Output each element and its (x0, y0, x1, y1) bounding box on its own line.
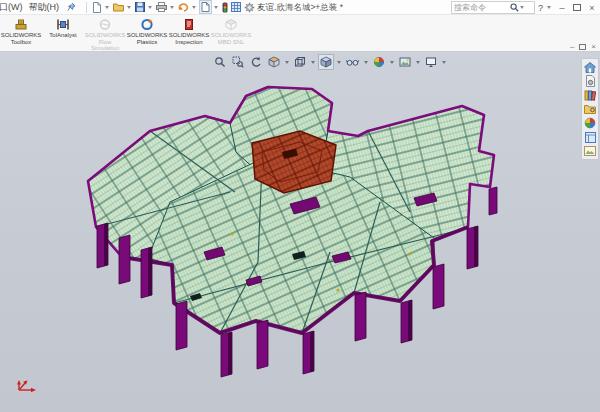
settings-dropdown[interactable] (258, 6, 262, 9)
restore-button[interactable] (573, 4, 581, 11)
hide-show-items-icon[interactable] (344, 54, 361, 70)
button-label: SOLIDWORKS Plastics (127, 32, 168, 45)
zoom-to-fit-icon[interactable] (212, 54, 228, 70)
pin-icon[interactable] (67, 2, 76, 12)
new-document-icon[interactable] (91, 1, 103, 13)
help-dropdown[interactable] (547, 6, 551, 9)
menu-window[interactable]: 窗口(W) (0, 1, 23, 14)
standard-toolbar (91, 0, 264, 14)
view-orientation-dropdown[interactable] (311, 61, 315, 64)
save-dropdown[interactable] (148, 6, 152, 9)
new-dropdown[interactable] (105, 6, 109, 9)
button-solidworks-plastics[interactable]: SOLIDWORKS Plastics (127, 17, 167, 45)
search-icon (510, 3, 519, 12)
minimize-button[interactable]: – (556, 2, 568, 14)
section-view-icon[interactable] (266, 54, 282, 70)
inspection-icon (182, 18, 196, 31)
button-solidworks-mbd-snl: SOLIDWORKS MBD SNL (211, 17, 251, 45)
plastics-icon (140, 18, 154, 31)
section-view-dropdown[interactable] (285, 61, 289, 64)
toolbar-separator (86, 2, 87, 13)
apply-scene-dropdown[interactable] (416, 61, 420, 64)
stair-core-red-block[interactable] (252, 131, 336, 193)
display-style-icon[interactable] (318, 54, 334, 70)
document-window-controls: – × (570, 42, 596, 51)
button-solidworks-flow-simulation: SOLIDWORKS Flow Simulation (85, 17, 125, 52)
button-solidworks-toolbox[interactable]: SOLIDWORKS Toolbox (1, 17, 41, 45)
undo-icon[interactable] (177, 1, 190, 13)
button-label: SOLIDWORKS MBD SNL (211, 32, 252, 45)
titlebar: 窗口(W) 帮助(H) (0, 0, 600, 15)
graphics-area[interactable] (0, 52, 600, 412)
open-icon[interactable] (112, 1, 125, 13)
custom-properties-icon[interactable] (584, 131, 596, 143)
view-settings-icon[interactable] (423, 54, 439, 70)
menu-help[interactable]: 帮助(H) (29, 1, 60, 14)
view-palette-icon[interactable] (584, 145, 596, 157)
close-button[interactable]: × (586, 2, 598, 14)
doc-close-button[interactable]: × (591, 42, 596, 51)
button-label: SOLIDWORKS Inspection (169, 32, 210, 45)
button-label: TolAnalyst (49, 32, 76, 39)
command-manager-row: SOLIDWORKS Toolbox TolAnalyst SOLIDWORKS… (0, 15, 600, 52)
headsup-view-toolbar (212, 54, 447, 70)
open-dropdown[interactable] (127, 6, 131, 9)
settings-gear-icon[interactable] (243, 1, 256, 13)
formwork-model[interactable] (0, 52, 600, 412)
options-grid-icon[interactable] (230, 1, 242, 13)
appearances-scenes-icon[interactable] (584, 117, 596, 129)
mbd-snl-icon (224, 18, 238, 31)
print-icon[interactable] (155, 1, 168, 13)
button-solidworks-inspection[interactable]: SOLIDWORKS Inspection (169, 17, 209, 45)
flow-simulation-icon (98, 18, 112, 31)
file-properties-dropdown[interactable] (214, 6, 218, 9)
hide-show-dropdown[interactable] (364, 61, 368, 64)
home-icon[interactable] (584, 61, 596, 73)
previous-view-icon[interactable] (248, 54, 264, 70)
origin-triad (15, 378, 41, 396)
display-style-dropdown[interactable] (337, 61, 341, 64)
titlebar-right: ? – × (451, 1, 598, 14)
solidworks-window: 窗口(W) 帮助(H) (0, 0, 600, 412)
undo-dropdown[interactable] (192, 6, 196, 9)
zoom-to-area-icon[interactable] (230, 54, 246, 70)
print-dropdown[interactable] (170, 6, 174, 9)
command-manager: SOLIDWORKS Toolbox TolAnalyst SOLIDWORKS… (0, 15, 600, 52)
file-explorer-icon[interactable] (584, 103, 596, 115)
toolbox-icon (14, 18, 28, 31)
button-label: SOLIDWORKS Flow Simulation (85, 32, 126, 52)
view-settings-dropdown[interactable] (442, 61, 446, 64)
help-button[interactable]: ? (538, 3, 543, 13)
button-tolanalyst[interactable]: TolAnalyst (43, 17, 83, 39)
edit-appearance-dropdown[interactable] (390, 61, 394, 64)
menu-bar: 窗口(W) 帮助(H) (0, 1, 91, 14)
doc-minimize-button[interactable]: – (570, 42, 574, 51)
file-properties-icon[interactable] (199, 0, 212, 14)
solidworks-resources-icon[interactable] (584, 75, 596, 87)
search-input[interactable] (454, 3, 510, 12)
save-icon[interactable] (134, 1, 146, 13)
apply-scene-icon[interactable] (397, 54, 413, 70)
rebuild-traffic-light-icon[interactable] (221, 1, 229, 13)
tolanalyst-icon (56, 18, 70, 31)
design-library-icon[interactable] (584, 89, 596, 101)
edit-appearance-icon[interactable] (371, 54, 387, 70)
search-commands-box[interactable] (451, 1, 535, 14)
task-pane (581, 58, 599, 160)
view-orientation-icon[interactable] (292, 54, 308, 70)
search-dropdown[interactable] (520, 6, 524, 9)
button-label: SOLIDWORKS Toolbox (1, 32, 42, 45)
doc-restore-button[interactable] (579, 44, 586, 50)
